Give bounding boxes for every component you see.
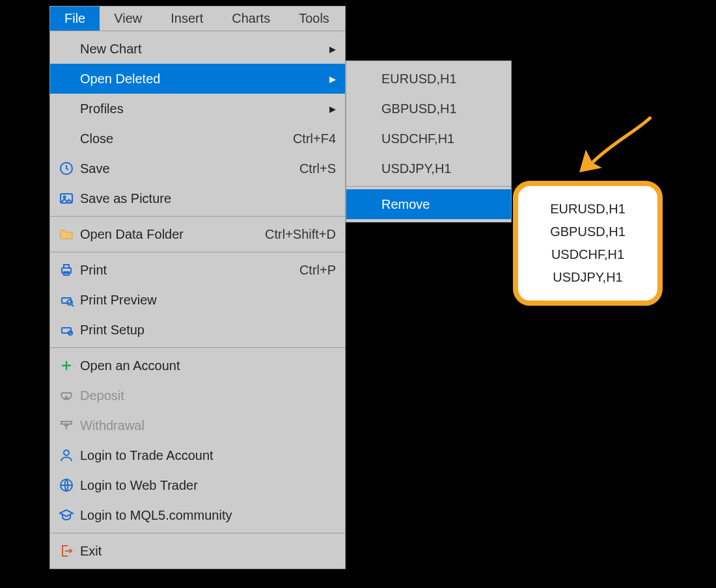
callout-item: USDCHF,H1 xyxy=(525,243,651,266)
svg-rect-8 xyxy=(62,328,71,333)
menubar-label: Charts xyxy=(232,11,270,26)
graduation-icon xyxy=(55,507,77,523)
menu-label: Profiles xyxy=(77,101,323,116)
menu-item-print-setup[interactable]: Print Setup xyxy=(50,315,345,345)
svg-point-11 xyxy=(64,450,69,455)
submenu-label: EURUSD,H1 xyxy=(381,72,457,87)
menu-label: Open Data Folder xyxy=(77,227,257,242)
menu-separator xyxy=(50,252,345,252)
menu-label: Save as Picture xyxy=(77,191,336,206)
shortcut-label: Ctrl+S xyxy=(292,161,336,176)
folder-icon xyxy=(55,226,77,242)
file-dropdown: New Chart ▸ Open Deleted ▸ Profiles ▸ Cl… xyxy=(49,31,346,569)
menubar-item-insert[interactable]: Insert xyxy=(156,7,217,31)
print-icon xyxy=(55,262,77,278)
menu-label: Deposit xyxy=(77,388,336,403)
menubar-label: Insert xyxy=(171,11,203,26)
menubar-item-charts[interactable]: Charts xyxy=(217,7,284,31)
submenu-arrow-icon: ▸ xyxy=(323,41,336,57)
submenu-label: USDJPY,H1 xyxy=(381,161,451,176)
callout-label: GBPUSD,H1 xyxy=(550,224,626,239)
menu-label: Print xyxy=(77,263,292,278)
menubar-item-tools[interactable]: Tools xyxy=(284,7,344,31)
withdrawal-icon xyxy=(55,418,77,433)
submenu-item-remove[interactable]: Remove xyxy=(346,189,511,219)
globe-icon xyxy=(55,477,77,493)
menu-item-profiles[interactable]: Profiles ▸ xyxy=(50,94,345,124)
menu-item-exit[interactable]: Exit xyxy=(50,536,345,566)
save-icon xyxy=(55,161,77,176)
menu-label: Print Preview xyxy=(77,293,336,308)
menu-label: Login to Web Trader xyxy=(77,478,336,493)
menu-item-open-data-folder[interactable]: Open Data Folder Ctrl+Shift+D xyxy=(50,219,345,249)
menubar-item-view[interactable]: View xyxy=(100,7,156,31)
menu-item-new-chart[interactable]: New Chart ▸ xyxy=(50,34,345,64)
menu-item-login-mql5[interactable]: Login to MQL5.community xyxy=(50,500,345,530)
svg-point-2 xyxy=(64,196,66,198)
menu-separator xyxy=(50,533,345,533)
menu-item-login-trade[interactable]: Login to Trade Account xyxy=(50,440,345,470)
submenu-arrow-icon: ▸ xyxy=(323,101,336,116)
print-preview-icon xyxy=(55,292,77,308)
menu-label: New Chart xyxy=(77,42,323,57)
person-icon xyxy=(55,448,77,463)
menu-label: Open Deleted xyxy=(77,72,323,87)
menu-label: Exit xyxy=(77,544,336,559)
submenu-label: GBPUSD,H1 xyxy=(381,101,457,116)
submenu-item-eurusd[interactable]: EURUSD,H1 xyxy=(346,64,511,94)
menubar-label: File xyxy=(64,11,85,26)
open-deleted-submenu: EURUSD,H1 GBPUSD,H1 USDCHF,H1 USDJPY,H1 … xyxy=(346,60,512,222)
menubar: File View Insert Charts Tools xyxy=(49,6,346,31)
menu-label: Print Setup xyxy=(77,323,336,338)
menu-item-close[interactable]: Close Ctrl+F4 xyxy=(50,124,345,154)
submenu-arrow-icon: ▸ xyxy=(323,71,336,87)
menu-label: Save xyxy=(77,161,292,176)
menu-item-save-as-picture[interactable]: Save as Picture xyxy=(50,183,345,213)
submenu-item-gbpusd[interactable]: GBPUSD,H1 xyxy=(346,94,511,124)
menu-item-open-deleted[interactable]: Open Deleted ▸ xyxy=(50,64,345,94)
svg-rect-4 xyxy=(64,265,69,268)
menu-item-print-preview[interactable]: Print Preview xyxy=(50,285,345,315)
shortcut-label: Ctrl+F4 xyxy=(285,131,336,146)
menu-item-login-web[interactable]: Login to Web Trader xyxy=(50,470,345,500)
picture-icon xyxy=(55,191,77,206)
shortcut-label: Ctrl+Shift+D xyxy=(257,227,336,242)
menu-label: Login to MQL5.community xyxy=(77,508,336,523)
callout-box: EURUSD,H1 GBPUSD,H1 USDCHF,H1 USDJPY,H1 xyxy=(513,181,663,306)
submenu-label: USDCHF,H1 xyxy=(381,131,454,146)
callout-label: USDCHF,H1 xyxy=(551,247,624,261)
menu-separator xyxy=(50,347,345,348)
deposit-icon xyxy=(55,388,77,403)
callout-label: EURUSD,H1 xyxy=(550,202,626,216)
callout-item: USDJPY,H1 xyxy=(525,266,651,289)
menu-item-print[interactable]: Print Ctrl+P xyxy=(50,255,345,285)
menubar-item-file[interactable]: File xyxy=(50,7,100,31)
plus-icon xyxy=(55,358,77,373)
menubar-label: Tools xyxy=(299,11,329,26)
menu-separator xyxy=(50,216,345,217)
callout-arrow-icon xyxy=(566,111,657,189)
shortcut-label: Ctrl+P xyxy=(292,263,336,278)
submenu-label: Remove xyxy=(381,197,430,212)
submenu-item-usdchf[interactable]: USDCHF,H1 xyxy=(346,124,511,154)
print-setup-icon xyxy=(55,322,77,338)
callout-item: EURUSD,H1 xyxy=(525,198,651,220)
menu-label: Close xyxy=(77,131,285,146)
menu-item-withdrawal: Withdrawal xyxy=(50,410,345,440)
callout-item: GBPUSD,H1 xyxy=(525,220,651,243)
menu-item-save[interactable]: Save Ctrl+S xyxy=(50,154,345,183)
submenu-separator xyxy=(346,186,511,187)
menu-label: Open an Account xyxy=(77,358,336,373)
submenu-item-usdjpy[interactable]: USDJPY,H1 xyxy=(346,154,511,183)
menubar-label: View xyxy=(114,11,142,26)
menu-item-open-account[interactable]: Open an Account xyxy=(50,351,345,381)
callout-label: USDJPY,H1 xyxy=(553,270,622,284)
exit-icon xyxy=(55,543,77,559)
menu-label: Withdrawal xyxy=(77,418,336,433)
menu-item-deposit: Deposit xyxy=(50,381,345,410)
menu-label: Login to Trade Account xyxy=(77,448,336,463)
